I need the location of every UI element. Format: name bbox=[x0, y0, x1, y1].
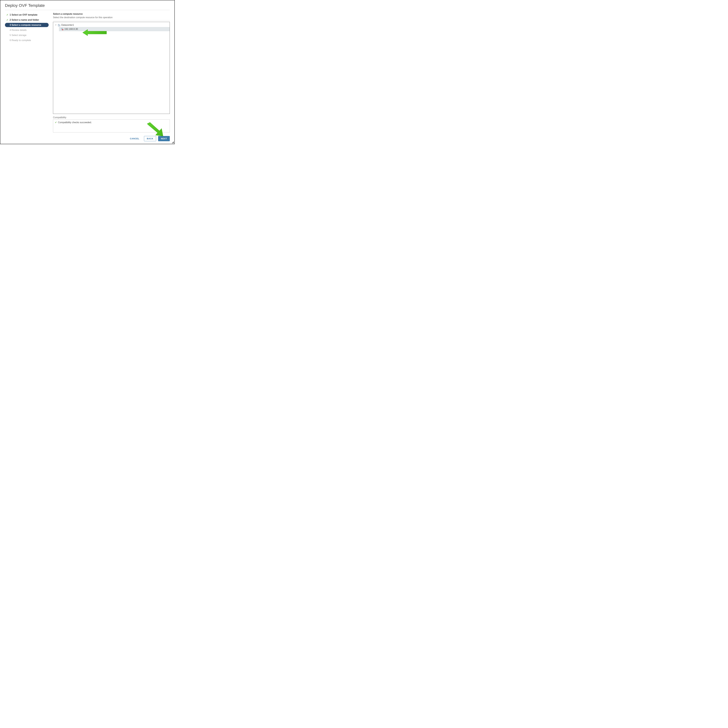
wizard-steps: ✓ 1 Select an OVF template ✓ 2 Select a … bbox=[5, 13, 49, 141]
chevron-down-icon[interactable] bbox=[55, 24, 57, 26]
step-6: ✓ 6 Ready to complete bbox=[5, 38, 49, 42]
step-3[interactable]: ✓ 3 Select a compute resource bbox=[5, 23, 49, 27]
compute-resource-tree[interactable]: Datacenter1 ! 192.168.8.30 bbox=[53, 22, 170, 114]
svg-text:!: ! bbox=[63, 29, 63, 30]
step-5: ✓ 5 Select storage bbox=[5, 33, 49, 37]
step-label: 4 Review details bbox=[10, 29, 27, 31]
dialog-title: Deploy OVF Template bbox=[5, 3, 170, 10]
datacenter-icon bbox=[58, 24, 60, 26]
back-button[interactable]: BACK bbox=[144, 136, 156, 141]
step-4: ✓ 4 Review details bbox=[5, 28, 49, 32]
step-label: 5 Select storage bbox=[10, 34, 26, 37]
checkmark-icon: ✓ bbox=[6, 18, 8, 21]
step-1[interactable]: ✓ 1 Select an OVF template bbox=[5, 13, 49, 17]
cancel-button[interactable]: CANCEL bbox=[127, 136, 142, 141]
compatibility-message: Compatibility checks succeeded. bbox=[58, 121, 92, 124]
step-label: 6 Ready to complete bbox=[10, 39, 31, 42]
dialog-footer: CANCEL BACK NEXT bbox=[53, 133, 170, 141]
section-subtitle: Select the destination compute resource … bbox=[53, 16, 170, 20]
step-label: 1 Select an OVF template bbox=[10, 14, 37, 16]
checkmark-icon: ✓ bbox=[6, 14, 8, 16]
tree-row-datacenter[interactable]: Datacenter1 bbox=[53, 23, 170, 27]
step-2[interactable]: ✓ 2 Select a name and folder bbox=[5, 18, 49, 22]
svg-rect-0 bbox=[58, 24, 59, 26]
compatibility-box: ✓Compatibility checks succeeded. bbox=[53, 119, 170, 133]
section-title: Select a compute resource bbox=[53, 13, 170, 15]
deploy-ovf-dialog: Deploy OVF Template ✓ 1 Select an OVF te… bbox=[0, 0, 175, 144]
step-label: 3 Select a compute resource bbox=[10, 24, 41, 26]
dialog-body: ✓ 1 Select an OVF template ✓ 2 Select a … bbox=[5, 10, 170, 141]
checkmark-icon: ✓ bbox=[55, 121, 57, 124]
tree-label: Datacenter1 bbox=[61, 24, 74, 26]
tree-row-host[interactable]: ! 192.168.8.30 bbox=[59, 27, 170, 31]
step-label: 2 Select a name and folder bbox=[10, 18, 39, 21]
resize-handle-icon[interactable] bbox=[172, 141, 174, 143]
tree-label: 192.168.8.30 bbox=[64, 28, 78, 31]
next-button[interactable]: NEXT bbox=[158, 136, 170, 141]
main-panel: Select a compute resource Select the des… bbox=[53, 13, 170, 141]
compatibility-label: Compatibility bbox=[53, 116, 170, 119]
svg-rect-1 bbox=[59, 25, 60, 26]
host-icon: ! bbox=[61, 28, 63, 31]
